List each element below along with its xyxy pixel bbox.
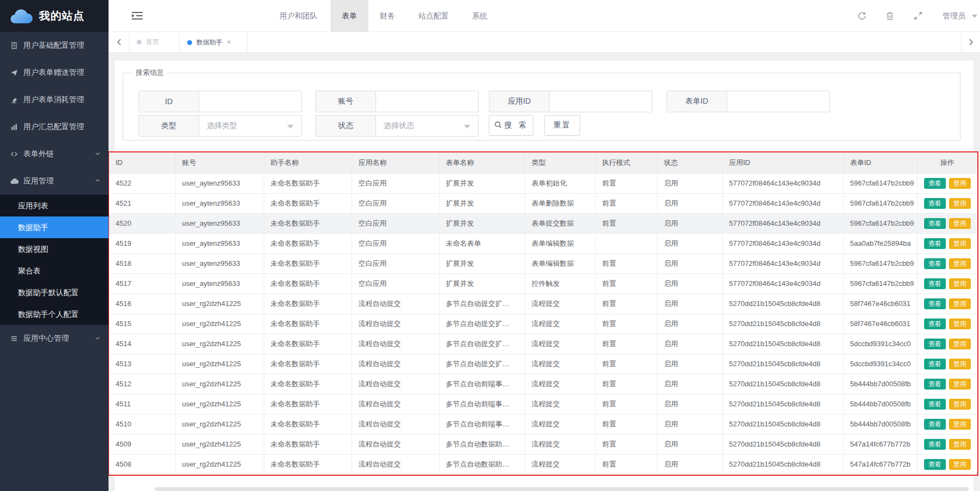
- cell-type: 流程提交: [525, 414, 595, 434]
- nav-item-users-teams[interactable]: 用户和团队: [266, 0, 331, 32]
- view-button[interactable]: 查看: [924, 218, 946, 229]
- view-button[interactable]: 查看: [924, 379, 946, 390]
- view-button[interactable]: 查看: [924, 178, 946, 189]
- sidebar-item-assistant-personal-config[interactable]: 数据助手个人配置: [0, 303, 109, 325]
- disable-button[interactable]: 禁用: [949, 258, 971, 269]
- view-button[interactable]: 查看: [924, 439, 946, 450]
- cell-status: 启用: [657, 374, 722, 394]
- app-id-input[interactable]: [550, 91, 652, 112]
- cell-app: 流程自动提交: [352, 414, 439, 434]
- type-select[interactable]: 选择类型: [199, 116, 301, 136]
- disable-button[interactable]: 禁用: [949, 298, 971, 309]
- trash-icon[interactable]: [886, 11, 895, 21]
- disable-button[interactable]: 禁用: [949, 238, 971, 249]
- tab-data-assistant[interactable]: 数据助手×: [179, 32, 247, 52]
- disable-button[interactable]: 禁用: [949, 459, 971, 470]
- cloud-icon: [10, 177, 18, 186]
- nav-item-forms[interactable]: 表单: [330, 0, 368, 32]
- field-label: 表单ID: [667, 91, 727, 112]
- disable-button[interactable]: 禁用: [949, 399, 971, 410]
- sidebar-item-user-form-gift[interactable]: 用户表单赠送管理: [0, 59, 109, 86]
- cell-type: 表单编辑数据: [525, 253, 595, 273]
- user-name: 管理员: [943, 11, 965, 20]
- view-button[interactable]: 查看: [924, 339, 946, 349]
- cell-type: 流程提交: [525, 434, 595, 454]
- disable-button[interactable]: 禁用: [949, 339, 971, 349]
- view-button[interactable]: 查看: [924, 258, 946, 269]
- main-content: 搜索信息 ID 账号 应用ID 表单ID 类型 选择类型 状态 选择状态: [109, 53, 980, 491]
- search-button[interactable]: 搜 索: [489, 115, 533, 136]
- view-button[interactable]: 查看: [924, 399, 946, 410]
- disable-button[interactable]: 禁用: [949, 359, 971, 369]
- sidebar-item-aggregate-table[interactable]: 聚合表: [0, 260, 109, 282]
- close-icon[interactable]: ×: [227, 38, 231, 46]
- app-window: 我的站点 用户基础配置管理 用户表单赠送管理 用户表单消耗管理: [0, 0, 980, 491]
- select-placeholder: 选择状态: [384, 121, 414, 131]
- view-button[interactable]: 查看: [924, 238, 946, 249]
- sidebar-item-user-base-config[interactable]: 用户基础配置管理: [0, 32, 109, 59]
- status-select[interactable]: 选择状态: [376, 116, 478, 136]
- disable-button[interactable]: 禁用: [949, 419, 971, 430]
- view-button[interactable]: 查看: [924, 298, 946, 309]
- view-button[interactable]: 查看: [924, 198, 946, 209]
- tabs-scroll-left-icon[interactable]: [109, 32, 130, 52]
- view-button[interactable]: 查看: [924, 459, 946, 470]
- cell-app_id: 5270dd21b15045cb8cfde4d8: [722, 414, 843, 434]
- nav-item-finance[interactable]: 财务: [368, 0, 406, 32]
- bar-chart-icon: [10, 123, 18, 131]
- user-menu[interactable]: 管理员: [943, 0, 977, 32]
- sidebar-item-assistant-default-config[interactable]: 数据助手默认配置: [0, 282, 109, 303]
- account-input[interactable]: [376, 91, 478, 112]
- sidebar-item-app-list[interactable]: 应用列表: [0, 195, 109, 216]
- tab-home[interactable]: 首页: [129, 32, 179, 52]
- disable-button[interactable]: 禁用: [949, 439, 971, 450]
- view-button[interactable]: 查看: [924, 419, 946, 430]
- view-button[interactable]: 查看: [924, 359, 946, 369]
- table-row: 4517user_aytenz95633未命名数据助手空白应用扩展并发控件触发前…: [109, 273, 977, 294]
- cell-app_id: 5270dd21b15045cb8cfde4d8: [722, 374, 843, 394]
- disable-button[interactable]: 禁用: [949, 318, 971, 329]
- horizontal-scrollbar[interactable]: [155, 487, 969, 491]
- view-button[interactable]: 查看: [924, 318, 946, 329]
- nav-item-system[interactable]: 系统: [461, 0, 499, 32]
- form-id-input[interactable]: [727, 91, 829, 112]
- id-input[interactable]: [199, 91, 301, 112]
- sidebar-item-app-center-management[interactable]: 应用中心管理: [0, 325, 109, 352]
- disable-button[interactable]: 禁用: [949, 379, 971, 390]
- chevron-down-icon: [94, 334, 101, 343]
- brand-logo[interactable]: 我的站点: [0, 0, 109, 32]
- cell-app: 流程自动提交: [352, 334, 439, 354]
- sidebar-item-user-form-consume[interactable]: 用户表单消耗管理: [0, 86, 109, 113]
- column-header: 状态: [657, 152, 722, 173]
- refresh-icon[interactable]: [857, 11, 867, 21]
- cell-form_id: 5dccbd9391c34cc0: [843, 334, 917, 354]
- reset-button[interactable]: 重置: [544, 115, 580, 136]
- disable-button[interactable]: 禁用: [949, 198, 971, 209]
- cell-form: 多节点自动提交扩…: [439, 334, 525, 354]
- disable-button[interactable]: 禁用: [949, 218, 971, 229]
- sidebar-item-form-external-link[interactable]: 表单外链: [0, 141, 109, 168]
- table-row: 4513user_rg2dzh41225未命名数据助手流程自动提交多节点自动提交…: [109, 354, 977, 374]
- sidebar-item-data-assistant[interactable]: 数据助手: [0, 216, 109, 238]
- cell-app: 空白应用: [352, 173, 439, 193]
- sidebar-item-data-view[interactable]: 数据视图: [0, 238, 109, 260]
- view-button[interactable]: 查看: [924, 278, 946, 289]
- nav-item-site-config[interactable]: 站点配置: [406, 0, 461, 32]
- disable-button[interactable]: 禁用: [949, 178, 971, 189]
- disable-button[interactable]: 禁用: [949, 278, 971, 289]
- field-label: 账号: [316, 91, 376, 112]
- cell-form_id: 5967cfa6147b2cbb9: [843, 173, 917, 193]
- cell-app_id: 577072f08464c143e4c9034d: [722, 273, 843, 294]
- fullscreen-icon[interactable]: [914, 11, 924, 21]
- sidebar-collapse-icon[interactable]: [131, 10, 143, 21]
- cell-form_id: 5b444bb7d00508fb: [843, 394, 917, 414]
- cell-app_id: 577072f08464c143e4c9034d: [722, 213, 843, 233]
- sidebar-item-user-summary-config[interactable]: 用户汇总配置管理: [0, 113, 109, 141]
- search-field-type: 类型 选择类型: [138, 115, 302, 137]
- cell-app_id: 577072f08464c143e4c9034d: [722, 253, 843, 273]
- sidebar-item-app-management[interactable]: 应用管理: [0, 168, 109, 195]
- table-row: 4522user_aytenz95633未命名数据助手空白应用扩展并发表单初始化…: [109, 173, 977, 193]
- cell-form: 多节点自动前端事…: [439, 394, 525, 414]
- tabs-scroll-right-icon[interactable]: [961, 32, 980, 52]
- app-management-submenu: 应用列表 数据助手 数据视图 聚合表 数据助手默认配置 数据助手个人配置: [0, 195, 109, 325]
